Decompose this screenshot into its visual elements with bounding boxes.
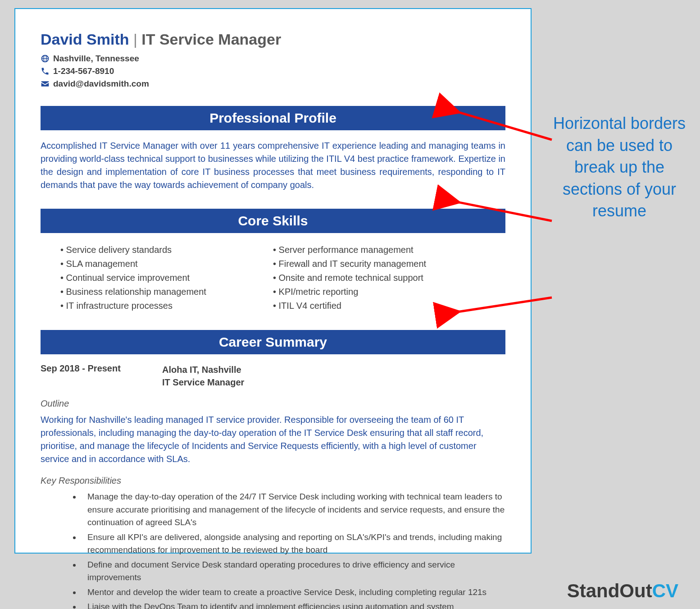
contact-email: david@davidsmith.com	[41, 79, 505, 89]
location-text: Nashville, Tennessee	[53, 54, 139, 64]
outline-label: Outline	[41, 398, 505, 409]
name-line: David Smith | IT Service Manager	[41, 31, 505, 48]
responsibilities-label: Key Responsibilities	[41, 476, 505, 486]
skills-right: Server performance management Firewall a…	[273, 243, 486, 313]
list-item: Ensure all KPI's are delivered, alongsid…	[81, 531, 505, 557]
globe-icon	[41, 54, 50, 63]
section-bar-career: Career Summary	[41, 330, 505, 354]
list-item: Firewall and IT security management	[273, 257, 486, 271]
career-dates: Sep 2018 - Present	[41, 363, 162, 389]
outline-text: Working for Nashville's leading managed …	[41, 413, 505, 466]
career-row: Sep 2018 - Present Aloha IT, Nashville I…	[41, 363, 505, 389]
callout-text: Horizontal borders can be used to break …	[552, 113, 687, 222]
brand-part2: CV	[652, 580, 678, 601]
contact-phone: 1-234-567-8910	[41, 66, 505, 76]
career-employer-block: Aloha IT, Nashville IT Service Manager	[162, 363, 244, 389]
list-item: Manage the day-to-day operation of the 2…	[81, 490, 505, 529]
name-separator: |	[129, 31, 141, 48]
list-item: IT infrastructure processes	[60, 299, 273, 313]
candidate-name: David Smith	[41, 31, 129, 48]
section-bar-profile: Professional Profile	[41, 106, 505, 130]
contact-location: Nashville, Tennessee	[41, 54, 505, 64]
resume-page: David Smith | IT Service Manager Nashvil…	[14, 8, 532, 554]
phone-text: 1-234-567-8910	[53, 66, 114, 76]
email-text: david@davidsmith.com	[53, 79, 149, 89]
list-item: ITIL V4 certified	[273, 299, 486, 313]
brand-logo: StandOutCV	[567, 580, 678, 602]
list-item: Business relationship management	[60, 285, 273, 299]
list-item: Server performance management	[273, 243, 486, 257]
section-bar-skills: Core Skills	[41, 209, 505, 233]
brand-part1: StandOut	[567, 580, 652, 601]
career-role: IT Service Manager	[162, 376, 244, 389]
skills-left: Service delivery standards SLA managemen…	[60, 243, 273, 313]
profile-text: Accomplished IT Service Manager with ove…	[41, 139, 505, 192]
list-item: SLA management	[60, 257, 273, 271]
list-item: Onsite and remote technical support	[273, 271, 486, 285]
list-item: KPI/metric reporting	[273, 285, 486, 299]
email-icon	[41, 79, 50, 88]
responsibilities-list: Manage the day-to-day operation of the 2…	[41, 490, 505, 609]
list-item: Define and document Service Desk standar…	[81, 559, 505, 584]
list-item: Mentor and develop the wider team to cre…	[81, 586, 505, 599]
skills-columns: Service delivery standards SLA managemen…	[41, 243, 505, 313]
phone-icon	[41, 67, 50, 76]
career-employer: Aloha IT, Nashville	[162, 363, 244, 376]
list-item: Liaise with the DevOps Team to identify …	[81, 600, 505, 609]
list-item: Continual service improvement	[60, 271, 273, 285]
candidate-title: IT Service Manager	[141, 31, 281, 48]
list-item: Service delivery standards	[60, 243, 273, 257]
